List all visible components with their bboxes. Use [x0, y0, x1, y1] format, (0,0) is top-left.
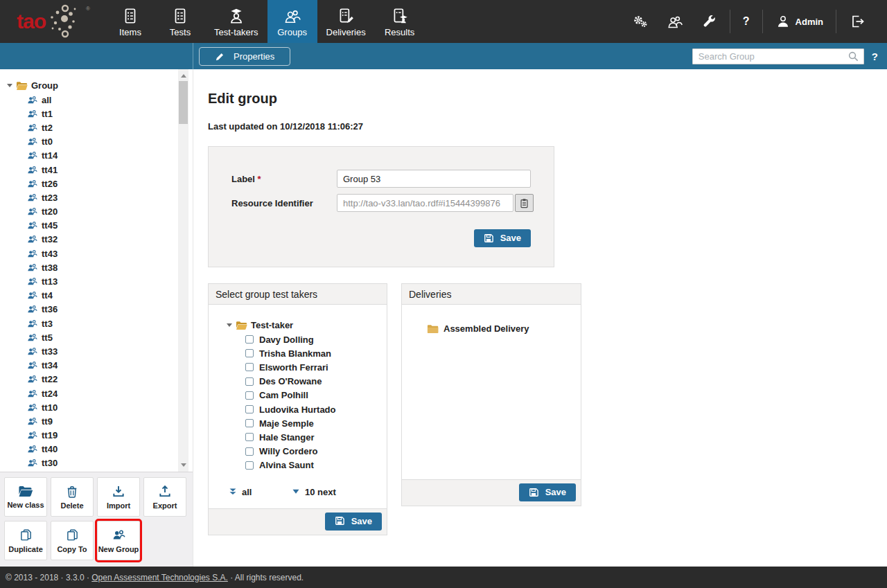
tree-item-group[interactable]: tt34 [7, 359, 193, 373]
scrollbar-thumb[interactable] [179, 81, 188, 124]
import-button[interactable]: Import [97, 477, 140, 517]
test-taker-row[interactable]: Maje Semple [214, 416, 381, 430]
tree-item-label: tt36 [42, 304, 58, 314]
user-management-button[interactable] [658, 13, 692, 30]
help-button[interactable]: ? [734, 15, 759, 28]
oat-link[interactable]: Open Assessment Technologies S.A. [91, 573, 228, 582]
properties-button[interactable]: Properties [199, 47, 290, 66]
tree-item-group[interactable]: tt4 [7, 289, 193, 303]
load-next-button[interactable]: 10 next [292, 487, 336, 497]
label-field-input[interactable] [337, 170, 531, 188]
system-tools-button[interactable] [692, 14, 726, 30]
tab-results[interactable]: Results [375, 0, 425, 43]
tree-item-group[interactable]: tt10 [7, 400, 193, 414]
tree-item-group[interactable]: tt3 [7, 317, 193, 330]
tab-tests[interactable]: Tests [155, 0, 205, 43]
tao-logo[interactable]: tao ® [0, 0, 105, 43]
test-taker-row[interactable]: Willy Cordero [214, 445, 381, 458]
test-taker-checkbox[interactable] [245, 419, 254, 427]
tree-scrollbar[interactable] [178, 69, 188, 472]
duplicate-button[interactable]: Duplicate [4, 521, 47, 560]
users-icon [27, 430, 37, 440]
test-taker-row[interactable]: Alvina Saunt [214, 458, 381, 472]
delete-button[interactable]: Delete [51, 477, 94, 517]
test-taker-row[interactable]: Des O'Rowane [214, 375, 381, 389]
copy-identifier-button[interactable] [515, 194, 534, 212]
tree-item-group[interactable]: tt33 [7, 344, 193, 358]
tree-item-group[interactable]: tt13 [7, 274, 193, 288]
test-taker-row[interactable]: Cam Polhill [214, 389, 381, 402]
copy-to-button[interactable]: Copy To [51, 521, 94, 560]
tree-item-group[interactable]: tt0 [7, 135, 193, 149]
export-button[interactable]: Export [143, 477, 186, 517]
tree-item-group[interactable]: tt38 [7, 260, 193, 274]
logout-button[interactable] [840, 13, 875, 30]
search-help-button[interactable]: ? [872, 51, 878, 62]
test-taker-list: Davy Dolling Trisha Blankman [214, 332, 381, 472]
settings-gears-button[interactable] [623, 13, 658, 30]
tree-item-group[interactable]: tt1 [7, 107, 193, 121]
tree-item-label: tt4 [42, 290, 53, 301]
tree-item-group[interactable]: tt9 [7, 414, 193, 428]
tree-item-group[interactable]: tt26 [7, 177, 193, 190]
tree-item-group[interactable]: tt36 [7, 303, 193, 317]
trash-icon [66, 485, 78, 498]
tab-test-takers[interactable]: Test-takers [205, 0, 267, 43]
tree-item-group[interactable]: tt24 [7, 386, 193, 400]
tree-item-group[interactable]: tt23 [7, 190, 193, 204]
test-taker-checkbox[interactable] [245, 335, 254, 344]
test-taker-row[interactable]: Trisha Blankman [214, 346, 381, 360]
load-all-button[interactable]: all [229, 487, 292, 497]
main-nav-tabs: Items Tests Test-takers Groups [105, 0, 425, 43]
tree-item-group[interactable]: tt2 [7, 121, 193, 134]
test-taker-row[interactable]: Hale Stanger [214, 430, 381, 444]
tree-item-label: tt13 [42, 276, 58, 287]
tree-item-group[interactable]: tt19 [7, 429, 193, 443]
test-taker-name: Willy Cordero [259, 446, 317, 456]
select-test-takers-panel: Select group test takers Test-taker [208, 283, 387, 535]
divider [836, 10, 836, 33]
tree-item-group[interactable]: tt14 [7, 149, 193, 163]
tree-item-group[interactable]: tt45 [7, 219, 193, 233]
tab-groups[interactable]: Groups [267, 0, 317, 43]
scroll-up-button[interactable] [178, 71, 188, 81]
tab-items[interactable]: Items [105, 0, 155, 43]
test-taker-row[interactable]: Ludovika Hurtado [214, 402, 381, 416]
save-deliveries-button[interactable]: Save [519, 483, 576, 501]
tree-item-group[interactable]: tt30 [7, 456, 193, 470]
tree-item-group[interactable]: tt32 [7, 233, 193, 247]
tree-item-group[interactable]: tt40 [7, 443, 193, 456]
tab-deliveries[interactable]: Deliveries [317, 0, 375, 43]
save-test-takers-button[interactable]: Save [325, 513, 382, 531]
tree-item-group[interactable]: tt22 [7, 373, 193, 386]
scroll-down-button[interactable] [178, 460, 188, 470]
admin-user-menu[interactable]: Admin [766, 14, 832, 29]
test-taker-checkbox[interactable] [245, 447, 254, 456]
test-taker-checkbox[interactable] [245, 433, 254, 441]
top-nav: tao ® [0, 0, 887, 43]
save-group-button[interactable]: Save [474, 229, 531, 247]
identifier-field-input[interactable] [337, 194, 513, 212]
test-taker-checkbox[interactable] [245, 349, 254, 357]
tree-item-group[interactable]: tt43 [7, 247, 193, 260]
test-taker-row[interactable]: Davy Dolling [214, 332, 381, 346]
tree-item-group[interactable]: all [7, 93, 193, 107]
arrow-down-icon [181, 463, 186, 467]
tree-item-label: tt45 [42, 220, 58, 231]
test-taker-checkbox[interactable] [245, 405, 254, 413]
test-taker-checkbox[interactable] [245, 363, 254, 371]
tree-item-group[interactable]: tt20 [7, 205, 193, 219]
test-taker-checkbox[interactable] [245, 461, 254, 470]
new-group-button[interactable]: New Group [97, 521, 140, 560]
test-taker-row[interactable]: Elsworth Ferrari [214, 360, 381, 374]
search-group-input[interactable] [692, 48, 864, 64]
tree-item-group[interactable]: tt5 [7, 330, 193, 344]
assembled-delivery-folder[interactable]: Assembled Delivery [427, 323, 581, 334]
test-taker-checkbox[interactable] [245, 391, 254, 400]
new-class-button[interactable]: New class [4, 477, 47, 517]
tree-item-group[interactable]: tt41 [7, 163, 193, 177]
tree-root-test-taker[interactable]: Test-taker [214, 318, 381, 332]
search-icon[interactable] [848, 51, 859, 62]
tree-root-group[interactable]: Group [7, 78, 193, 93]
test-taker-checkbox[interactable] [245, 377, 254, 386]
